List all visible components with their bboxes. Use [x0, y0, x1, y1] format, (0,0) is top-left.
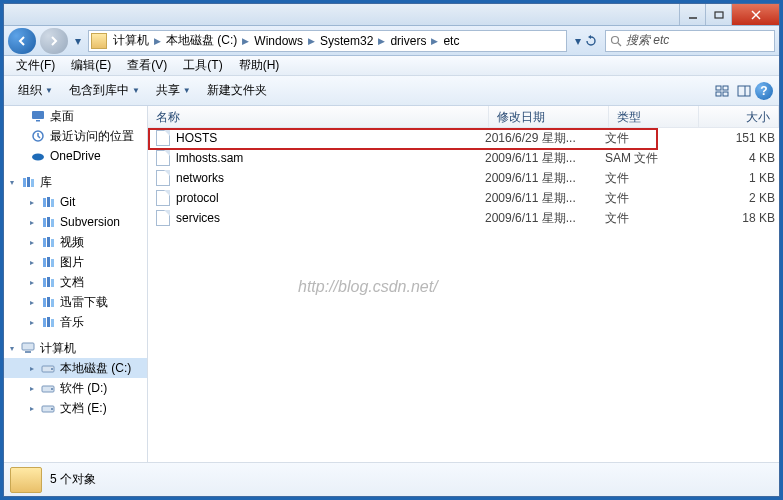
tree-twisty-icon[interactable]: ▸ [30, 258, 38, 267]
sidebar-item[interactable]: ▸软件 (D:) [4, 378, 147, 398]
breadcrumb[interactable]: drivers [388, 34, 428, 48]
watermark-text: http://blog.csdn.net/ [298, 278, 438, 296]
file-type: 文件 [605, 170, 695, 187]
sidebar-item[interactable]: ▸文档 (E:) [4, 398, 147, 418]
svg-line-5 [618, 43, 621, 46]
file-date: 2009/6/11 星期... [485, 210, 605, 227]
nav-history-dropdown[interactable]: ▾ [72, 28, 84, 54]
col-size[interactable]: 大小 [699, 106, 779, 127]
sidebar-item[interactable]: ▾计算机 [4, 338, 147, 358]
file-icon [156, 170, 170, 186]
lib-icon [40, 274, 56, 290]
refresh-icon[interactable] [585, 35, 597, 47]
svg-rect-18 [31, 179, 34, 187]
status-text: 5 个对象 [50, 471, 96, 488]
svg-rect-37 [43, 318, 46, 327]
svg-rect-10 [738, 86, 750, 96]
col-date[interactable]: 修改日期 [489, 106, 609, 127]
chevron-right-icon[interactable]: ▶ [375, 36, 388, 46]
chevron-right-icon[interactable]: ▶ [305, 36, 318, 46]
file-row[interactable]: services2009/6/11 星期...文件18 KB [148, 208, 779, 228]
tree-twisty-icon[interactable]: ▸ [30, 384, 38, 393]
svg-rect-16 [23, 178, 26, 187]
sidebar-label: 最近访问的位置 [50, 128, 134, 145]
tree-twisty-icon[interactable]: ▸ [30, 198, 38, 207]
tree-twisty-icon[interactable]: ▸ [30, 278, 38, 287]
sidebar-item[interactable]: ▸Git [4, 192, 147, 212]
sidebar-item[interactable]: OneDrive [4, 146, 147, 166]
tree-twisty-icon[interactable]: ▸ [30, 298, 38, 307]
svg-rect-13 [36, 120, 40, 122]
sidebar-item[interactable]: ▸图片 [4, 252, 147, 272]
maximize-button[interactable] [705, 4, 731, 25]
sidebar-item[interactable]: 桌面 [4, 106, 147, 126]
navigation-pane[interactable]: 桌面最近访问的位置OneDrive▾库▸Git▸Subversion▸视频▸图片… [4, 106, 148, 462]
file-list-area: 名称 修改日期 类型 大小 http://blog.csdn.net/ HOST… [148, 106, 779, 462]
tree-twisty-icon[interactable]: ▸ [30, 364, 38, 373]
view-options-button[interactable] [711, 80, 733, 102]
svg-rect-39 [51, 319, 54, 327]
new-folder-button[interactable]: 新建文件夹 [199, 78, 275, 103]
search-input[interactable]: 搜索 etc [605, 30, 775, 52]
chevron-right-icon[interactable]: ▶ [151, 36, 164, 46]
sidebar-label: 桌面 [50, 108, 74, 125]
address-row: ▾ 计算机▶ 本地磁盘 (C:)▶ Windows▶ System32▶ dri… [4, 26, 779, 56]
sidebar-item[interactable]: 最近访问的位置 [4, 126, 147, 146]
file-date: 2016/6/29 星期... [485, 130, 605, 147]
menu-bar: 文件(F) 编辑(E) 查看(V) 工具(T) 帮助(H) [4, 56, 779, 76]
address-dropdown-icon[interactable]: ▾ [575, 34, 581, 48]
chevron-right-icon[interactable]: ▶ [239, 36, 252, 46]
tree-twisty-icon[interactable]: ▸ [30, 318, 38, 327]
breadcrumb[interactable]: 计算机 [111, 32, 151, 49]
menu-tools[interactable]: 工具(T) [175, 55, 230, 76]
file-row[interactable]: networks2009/6/11 星期...文件1 KB [148, 168, 779, 188]
col-type[interactable]: 类型 [609, 106, 699, 127]
preview-pane-button[interactable] [733, 80, 755, 102]
nav-back-button[interactable] [8, 28, 36, 54]
svg-rect-9 [723, 92, 728, 96]
file-row[interactable]: HOSTS2016/6/29 星期...文件151 KB [148, 128, 779, 148]
file-size: 151 KB [695, 131, 775, 145]
tree-twisty-icon[interactable]: ▸ [30, 404, 38, 413]
breadcrumb[interactable]: 本地磁盘 (C:) [164, 32, 239, 49]
sidebar-item[interactable]: ▸本地磁盘 (C:) [4, 358, 147, 378]
menu-file[interactable]: 文件(F) [8, 55, 63, 76]
sidebar-item[interactable]: ▸文档 [4, 272, 147, 292]
breadcrumb[interactable]: System32 [318, 34, 375, 48]
chevron-right-icon[interactable]: ▶ [428, 36, 441, 46]
sidebar-item[interactable]: ▸Subversion [4, 212, 147, 232]
tree-twisty-icon[interactable]: ▾ [10, 178, 18, 187]
sidebar-item[interactable]: ▾库 [4, 172, 147, 192]
minimize-button[interactable] [679, 4, 705, 25]
sidebar-label: Subversion [60, 215, 120, 229]
breadcrumb[interactable]: Windows [252, 34, 305, 48]
tree-twisty-icon[interactable]: ▸ [30, 238, 38, 247]
include-label: 包含到库中 [69, 82, 129, 99]
file-rows[interactable]: http://blog.csdn.net/ HOSTS2016/6/29 星期.… [148, 128, 779, 462]
nav-forward-button[interactable] [40, 28, 68, 54]
sidebar-item[interactable]: ▸音乐 [4, 312, 147, 332]
menu-help[interactable]: 帮助(H) [231, 55, 288, 76]
sidebar-label: 音乐 [60, 314, 84, 331]
include-library-button[interactable]: 包含到库中▼ [61, 78, 148, 103]
file-row[interactable]: lmhosts.sam2009/6/11 星期...SAM 文件4 KB [148, 148, 779, 168]
sidebar-item[interactable]: ▸迅雷下载 [4, 292, 147, 312]
lib-icon [40, 194, 56, 210]
svg-rect-23 [47, 217, 50, 227]
sidebar-item[interactable]: ▸视频 [4, 232, 147, 252]
file-icon [156, 130, 170, 146]
tree-twisty-icon[interactable]: ▸ [30, 218, 38, 227]
help-button[interactable]: ? [755, 82, 773, 100]
file-row[interactable]: protocol2009/6/11 星期...文件2 KB [148, 188, 779, 208]
col-name[interactable]: 名称 [148, 106, 489, 127]
menu-edit[interactable]: 编辑(E) [63, 55, 119, 76]
sidebar-label: 迅雷下载 [60, 294, 108, 311]
share-button[interactable]: 共享▼ [148, 78, 199, 103]
tree-twisty-icon[interactable]: ▾ [10, 344, 18, 353]
lib-icon [20, 174, 36, 190]
close-button[interactable] [731, 4, 779, 25]
breadcrumb[interactable]: etc [441, 34, 461, 48]
organize-button[interactable]: 组织▼ [10, 78, 61, 103]
menu-view[interactable]: 查看(V) [119, 55, 175, 76]
address-bar[interactable]: 计算机▶ 本地磁盘 (C:)▶ Windows▶ System32▶ drive… [88, 30, 567, 52]
